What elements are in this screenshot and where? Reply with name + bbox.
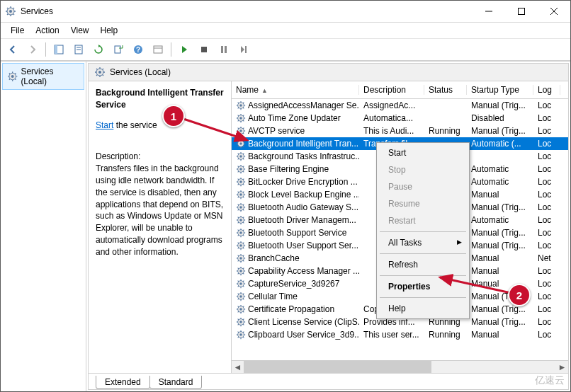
service-logon: Loc [533, 113, 560, 123]
service-logon: Loc [533, 202, 560, 212]
service-name: Background Intelligent Tran... [248, 139, 358, 149]
annotation-marker-2: 2 [508, 284, 531, 306]
col-header-name[interactable]: Name▲ [232, 85, 359, 95]
service-row[interactable]: Auto Time Zone UpdaterAutomatica...Disab… [232, 112, 568, 125]
start-service-link[interactable]: Start [96, 120, 113, 130]
col-header-status[interactable]: Status [424, 85, 467, 95]
service-row[interactable]: AVCTP serviceThis is Audi...RunningManua… [232, 125, 568, 137]
service-name: Clipboard User Service_3d9... [248, 330, 359, 340]
service-row[interactable]: AssignedAccessManager Se...AssignedAc...… [232, 99, 568, 112]
context-menu-start[interactable]: Start [378, 144, 468, 161]
svg-rect-11 [519, 8, 525, 15]
gear-icon [236, 151, 246, 161]
menu-help[interactable]: Help [95, 24, 124, 37]
gear-icon [236, 100, 246, 110]
svg-rect-24 [201, 47, 207, 52]
service-name: Capability Access Manager ... [248, 266, 359, 276]
horizontal-scrollbar[interactable]: ◄ ► [232, 360, 568, 373]
col-header-description[interactable]: Description [359, 85, 424, 95]
gear-icon [236, 126, 246, 136]
service-logon: Loc [533, 164, 560, 174]
watermark: 亿速云 [535, 374, 565, 387]
gear-icon [236, 202, 246, 212]
restart-service-button[interactable] [234, 40, 253, 59]
close-button[interactable] [538, 1, 570, 22]
service-logon: Loc [533, 151, 560, 161]
stop-service-button[interactable] [195, 40, 213, 59]
toolbar-extra-icon[interactable] [149, 40, 167, 59]
context-menu-separator [380, 231, 466, 232]
context-menu: StartStopPauseResumeRestartAll Tasks▶Ref… [376, 142, 470, 319]
forward-button[interactable] [23, 40, 42, 59]
right-pane-header: Services (Local) [89, 64, 568, 81]
description-label: Description: [96, 151, 224, 163]
service-logon: Loc [533, 317, 560, 327]
service-startup: Manual (Trig... [467, 126, 533, 136]
gear-icon [236, 113, 246, 123]
properties-button[interactable] [69, 40, 88, 59]
scroll-right-icon[interactable]: ► [556, 361, 568, 373]
maximize-button[interactable] [505, 1, 538, 22]
gear-icon [94, 67, 106, 78]
submenu-arrow-icon: ▶ [457, 238, 462, 246]
col-header-startup[interactable]: Startup Type [467, 85, 533, 95]
tab-extended[interactable]: Extended [96, 376, 150, 389]
service-startup: Manual (Trig... [467, 241, 533, 250]
service-status: Running [424, 126, 467, 136]
service-name: Auto Time Zone Updater [248, 113, 341, 123]
service-status: Running [424, 330, 467, 340]
service-logon: Loc [533, 266, 560, 276]
svg-rect-26 [225, 46, 227, 53]
context-menu-all-tasks[interactable]: All Tasks▶ [378, 234, 468, 251]
menu-action[interactable]: Action [30, 24, 64, 37]
service-row[interactable]: Clipboard User Service_3d9...This user s… [232, 328, 568, 341]
pause-service-button[interactable] [215, 40, 233, 59]
service-name: BranchCache [248, 253, 300, 263]
service-name: Bluetooth Support Service [248, 228, 346, 238]
service-name: Bluetooth Driver Managem... [248, 215, 356, 225]
menu-view[interactable]: View [65, 24, 95, 37]
service-startup: Manual [467, 266, 533, 276]
tab-standard[interactable]: Standard [149, 376, 203, 389]
gear-icon [236, 292, 246, 301]
tree-item-services-local[interactable]: Services (Local) [2, 63, 84, 90]
start-service-button[interactable] [175, 40, 193, 59]
app-icon [5, 6, 16, 17]
help-button[interactable]: ? [129, 40, 147, 59]
minimize-button[interactable] [473, 1, 505, 22]
context-menu-refresh[interactable]: Refresh [378, 256, 468, 273]
context-menu-separator [380, 297, 466, 298]
service-startup: Manual [467, 253, 533, 263]
context-menu-help[interactable]: Help [378, 300, 468, 317]
back-button[interactable] [4, 40, 22, 59]
scroll-thumb[interactable] [244, 361, 431, 373]
gear-icon [236, 164, 246, 174]
menubar: File Action View Help [1, 23, 570, 39]
service-logon: Loc [533, 279, 560, 289]
gear-icon [236, 330, 246, 340]
services-window: Services File Action View Help ? [0, 0, 571, 392]
export-button[interactable] [109, 40, 128, 59]
scroll-left-icon[interactable]: ◄ [232, 361, 244, 373]
tree-pane: Services (Local) [1, 62, 86, 391]
service-startup: Manual [467, 190, 533, 200]
refresh-button[interactable] [89, 40, 108, 59]
annotation-marker-1: 1 [162, 105, 185, 127]
service-name: Bluetooth User Support Ser... [248, 241, 358, 250]
service-description: Automatica... [359, 113, 424, 123]
context-menu-properties[interactable]: Properties [378, 278, 468, 295]
service-name: BitLocker Drive Encryption ... [248, 177, 358, 187]
description-text: Transfers files in the background using … [96, 163, 224, 258]
service-logon: Loc [533, 100, 560, 110]
service-startup: Manual (Trig... [467, 304, 533, 314]
service-startup: Disabled [467, 113, 533, 123]
service-startup: Automatic [467, 164, 533, 174]
col-header-logon[interactable]: Log [533, 85, 560, 95]
menu-file[interactable]: File [5, 24, 30, 37]
context-menu-stop: Stop [378, 161, 468, 178]
show-hide-tree-button[interactable] [50, 40, 68, 59]
service-startup: Manual (Trig... [467, 202, 533, 212]
gear-icon [236, 253, 246, 263]
detail-pane: Background Intelligent Transfer Service … [89, 81, 232, 373]
gear-icon [236, 317, 246, 327]
